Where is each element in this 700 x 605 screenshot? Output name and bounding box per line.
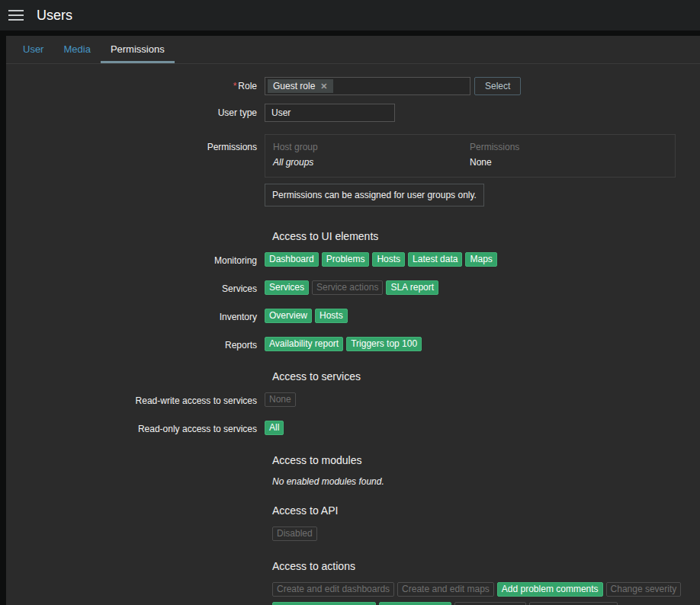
page-title: Users xyxy=(37,8,72,24)
form-row-monitoring: MonitoringDashboardProblemsHostsLatest d… xyxy=(6,252,700,268)
role-chip-label: Guest role xyxy=(273,81,315,91)
table-row: All groups None xyxy=(265,154,675,177)
permissions-row: Permissions Host group Permissions All g… xyxy=(6,134,700,222)
tag-create-and-edit-dashboards: Create and edit dashboards xyxy=(272,582,394,597)
user-type-label: User type xyxy=(6,107,265,118)
required-marker: * xyxy=(233,81,237,91)
tag-dashboard: Dashboard xyxy=(265,252,319,267)
top-bar: Users xyxy=(0,0,700,30)
tab-media[interactable]: Media xyxy=(53,36,100,63)
tag-disabled: Disabled xyxy=(272,527,317,541)
form-row-read-write-access-to-services: Read-write access to servicesNone xyxy=(6,392,700,408)
tag-add-problem-comments: Add problem comments xyxy=(497,582,603,597)
tag-none: None xyxy=(265,392,296,407)
permissions-note: Permissions can be assigned for user gro… xyxy=(265,184,484,206)
field-label: Services xyxy=(6,283,265,294)
hamburger-menu-icon[interactable] xyxy=(8,10,24,21)
section-heading-modules: Access to modules xyxy=(272,454,700,466)
tag-availability-report: Availability report xyxy=(265,337,343,351)
user-permissions-form: *Role Guest role ✕ Select User type Perm… xyxy=(6,64,700,605)
tag-change-severity: Change severity xyxy=(606,582,682,597)
tag-all: All xyxy=(265,421,284,435)
section-heading-actions: Access to actions xyxy=(272,560,700,572)
role-multiselect-input[interactable]: Guest role ✕ xyxy=(265,77,470,95)
actions-tag-rows: Create and edit dashboardsCreate and edi… xyxy=(272,582,700,605)
host-group-cell: All groups xyxy=(273,154,470,177)
form-row-read-only-access-to-services: Read-only access to servicesAll xyxy=(6,421,700,437)
field-label: Read-only access to services xyxy=(6,424,265,434)
permissions-table-header: Host group Permissions xyxy=(265,135,675,154)
user-type-input xyxy=(265,104,395,122)
tag-hosts: Hosts xyxy=(372,252,405,267)
field-label: Reports xyxy=(6,340,265,351)
select-button[interactable]: Select xyxy=(474,77,521,95)
remove-icon[interactable]: ✕ xyxy=(320,82,327,91)
field-label: Inventory xyxy=(6,312,265,322)
role-label-text: Role xyxy=(238,81,257,91)
tab-user[interactable]: User xyxy=(13,36,53,63)
tag-acknowledge-problems: Acknowledge problems xyxy=(272,602,376,605)
tag-maps: Maps xyxy=(465,252,496,267)
tag-sla-report: SLA report xyxy=(386,280,438,295)
section-heading-ui-elements: Access to UI elements xyxy=(272,230,700,242)
tag-list: None xyxy=(265,392,299,408)
permissions-column-header: Permissions xyxy=(470,135,667,154)
field-label: Monitoring xyxy=(6,255,265,266)
tag-create-and-edit-maps: Create and edit maps xyxy=(397,582,494,597)
permissions-label: Permissions xyxy=(6,134,265,152)
tag-hosts: Hosts xyxy=(315,309,348,323)
tag-triggers-top-100: Triggers top 100 xyxy=(346,337,422,351)
tag-services: Services xyxy=(265,280,309,295)
content-panel: UserMediaPermissions *Role Guest role ✕ … xyxy=(6,36,700,605)
section-heading-api: Access to API xyxy=(272,504,700,517)
section-heading-services: Access to services xyxy=(272,370,700,383)
tabs-bar: UserMediaPermissions xyxy=(6,36,700,64)
tag-list: DashboardProblemsHostsLatest dataMaps xyxy=(265,252,500,268)
tag-list: ServicesService actionsSLA report xyxy=(265,280,442,296)
modules-empty-text: No enabled modules found. xyxy=(272,476,700,487)
tag-close-problems: Close problems xyxy=(379,602,451,605)
role-row: *Role Guest role ✕ Select xyxy=(6,77,700,95)
user-type-row: User type xyxy=(6,104,700,122)
form-row-services: ServicesServicesService actionsSLA repor… xyxy=(6,280,700,296)
role-chip: Guest role ✕ xyxy=(268,79,333,93)
permissions-table: Host group Permissions All groups None xyxy=(265,134,676,178)
tag-service-actions: Service actions xyxy=(312,280,383,295)
tag-latest-data: Latest data xyxy=(408,252,462,267)
tag-list: Availability reportTriggers top 100 xyxy=(265,337,425,353)
tag-problems: Problems xyxy=(322,252,370,267)
role-label: *Role xyxy=(6,81,265,91)
form-row-inventory: InventoryOverviewHosts xyxy=(6,309,700,325)
api-tag-list: Disabled xyxy=(272,527,700,543)
actions-tag-line: Acknowledge problemsClose problemsExecut… xyxy=(272,602,700,605)
tag-manage-api-tokens: Manage API tokens xyxy=(529,602,618,605)
form-row-reports: ReportsAvailability reportTriggers top 1… xyxy=(6,337,700,353)
tag-list: OverviewHosts xyxy=(265,309,351,325)
tag-overview: Overview xyxy=(265,309,312,323)
tab-permissions[interactable]: Permissions xyxy=(101,36,175,63)
tag-list: All xyxy=(265,421,287,437)
actions-tag-line: Create and edit dashboardsCreate and edi… xyxy=(272,582,700,598)
field-label: Read-write access to services xyxy=(6,395,265,406)
tag-execute-scripts: Execute scripts xyxy=(454,602,525,605)
permissions-cell: None xyxy=(470,154,667,177)
host-group-column-header: Host group xyxy=(273,135,470,154)
